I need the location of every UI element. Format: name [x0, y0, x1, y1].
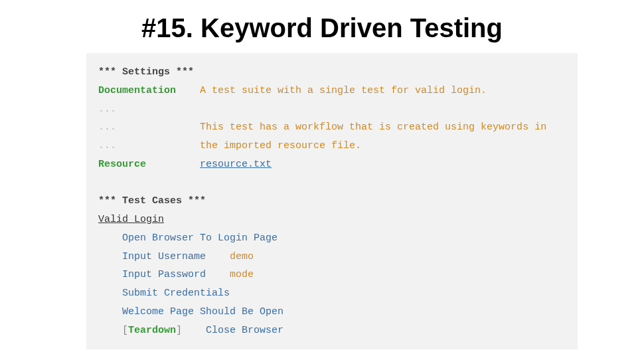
resource-value: resource.txt — [200, 159, 272, 170]
doc-text-3: the imported resource file. — [200, 140, 361, 151]
settings-header: *** Settings *** — [98, 66, 194, 78]
resource-line: Resource resource.txt — [98, 155, 566, 174]
step-3-arg: mode — [230, 269, 254, 280]
step-2-keyword: Input Username — [122, 251, 206, 262]
ellipsis-2: ... — [98, 122, 116, 133]
step-1-keyword: Open Browser To Login Page — [122, 232, 278, 244]
step-3-keyword: Input Password — [122, 269, 206, 280]
step-2-arg: demo — [230, 251, 254, 262]
doc-cont-2: ... This test has a workflow that is cre… — [98, 118, 566, 137]
doc-text-1: A test suite with a single test for vali… — [200, 85, 487, 96]
step-5-keyword: Welcome Page Should Be Open — [122, 306, 283, 317]
resource-keyword: Resource — [98, 159, 146, 170]
step-2: Input Username demo — [98, 248, 566, 266]
settings-header-line: *** Settings *** — [98, 63, 566, 82]
teardown-keyword: Teardown — [128, 325, 176, 336]
test-name: Valid Login — [98, 214, 164, 225]
doc-cont-3: ... the imported resource file. — [98, 137, 566, 155]
doc-text-2: This test has a workflow that is created… — [200, 122, 546, 133]
teardown-bracket-open: [ — [122, 325, 128, 336]
step-4-keyword: Submit Credentials — [122, 288, 230, 299]
ellipsis-1: ... — [98, 104, 116, 115]
slide-title: #15. Keyword Driven Testing — [0, 0, 644, 53]
blank-line-1 — [98, 174, 566, 193]
testcases-header-line: *** Test Cases *** — [98, 192, 566, 211]
test-name-line: Valid Login — [98, 211, 566, 229]
step-5: Welcome Page Should Be Open — [98, 303, 566, 321]
teardown-line: [Teardown] Close Browser — [98, 321, 566, 340]
step-4: Submit Credentials — [98, 284, 566, 303]
step-1: Open Browser To Login Page — [98, 229, 566, 248]
step-3: Input Password mode — [98, 266, 566, 284]
teardown-action: Close Browser — [206, 325, 283, 336]
doc-line-1: Documentation A test suite with a single… — [98, 82, 566, 100]
doc-cont-1: ... — [98, 100, 566, 119]
documentation-keyword: Documentation — [98, 85, 176, 96]
ellipsis-3: ... — [98, 140, 116, 151]
testcases-header: *** Test Cases *** — [98, 195, 206, 207]
code-block: *** Settings *** Documentation A test su… — [86, 53, 578, 349]
teardown-bracket-close: ] — [176, 325, 182, 336]
